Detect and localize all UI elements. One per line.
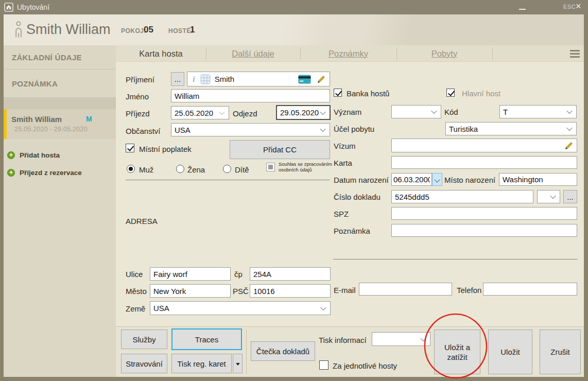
document-reader-label: Čtečka dokladů (256, 347, 309, 356)
add-cc-button[interactable]: Přidat CC (230, 140, 330, 159)
house-number-input[interactable] (250, 267, 331, 281)
country-value: USA (153, 304, 169, 313)
firstname-input[interactable] (171, 89, 330, 102)
save-label: Uložit (500, 348, 520, 356)
gender-label-zena: Žena (187, 165, 205, 174)
print-reg-cards-dropdown[interactable] (233, 354, 243, 373)
surname-more-button[interactable]: ... (171, 72, 184, 86)
guest-m-badge: M (86, 115, 92, 123)
tab-pobyty[interactable]: Pobyty (396, 45, 492, 62)
surname-field[interactable]: i Smith (187, 72, 330, 86)
departure-select[interactable]: 29.05.2020 (276, 105, 331, 120)
print-reg-cards-button[interactable]: Tisk reg. karet (171, 354, 232, 373)
note-input[interactable] (391, 224, 577, 237)
pencil-icon[interactable] (564, 141, 574, 150)
consent-label: Souhlas se zpracováním osobních údajů (279, 161, 338, 172)
credit-card-icon[interactable] (298, 75, 311, 84)
arrival-select[interactable]: 25.05.2020 (171, 106, 229, 119)
save-button[interactable]: Uložit (488, 330, 532, 374)
arrival-from-reservation-action[interactable]: Příjezd z rezervace (4, 164, 116, 181)
document-reader-button[interactable]: Čtečka dokladů (251, 341, 315, 361)
per-guest-checkbox[interactable] (319, 360, 328, 370)
sidebar-item-poznamka[interactable]: POZNÁMKA (4, 70, 116, 98)
separator (126, 180, 330, 180)
save-and-charge-button[interactable]: Uložit a zatížit (434, 330, 480, 374)
code-select[interactable]: T (499, 105, 577, 118)
main-guest-checkbox[interactable] (446, 89, 455, 97)
birth-place-input[interactable] (499, 173, 577, 186)
code-value: T (503, 108, 508, 116)
plus-icon (7, 151, 15, 159)
tab-karta-hosta[interactable]: Karta hosta (116, 45, 206, 62)
card-label: Karta (334, 159, 352, 167)
plus-icon (7, 169, 15, 177)
zip-input[interactable] (250, 284, 331, 298)
sidebar-item-zakladni-udaje[interactable]: ZÁKLADNÍ ÚDAJE (4, 45, 116, 70)
minimize-button[interactable] (519, 9, 526, 10)
house-number-label: čp (234, 270, 243, 279)
surname-label: Příjmení (126, 75, 154, 84)
license-plate-input[interactable] (391, 207, 577, 220)
local-fee-checkbox[interactable] (126, 144, 134, 152)
phone-label: Telefon (457, 286, 481, 295)
code-label: Kód (444, 108, 458, 116)
email-input[interactable] (359, 283, 452, 296)
document-type-select[interactable] (537, 190, 560, 203)
close-button[interactable] (576, 1, 581, 12)
guest-bank-label: Banka hostů (347, 89, 389, 98)
document-more-button[interactable]: ... (563, 190, 577, 203)
pencil-icon[interactable] (317, 75, 326, 84)
gender-radio-dite[interactable] (223, 165, 231, 173)
city-input[interactable] (150, 284, 231, 298)
tab-divider (396, 47, 397, 60)
significance-select[interactable] (391, 105, 441, 118)
gender-radio-zena[interactable] (176, 165, 184, 173)
tab-label: Pobyty (431, 49, 457, 59)
purpose-value: Turistika (449, 125, 478, 133)
departure-value: 29.05.2020 (280, 108, 319, 117)
citizenship-select[interactable]: USA (171, 123, 330, 136)
traces-button[interactable]: Traces (171, 328, 242, 350)
print-info-select[interactable] (372, 332, 430, 346)
gender-radio-muz[interactable] (127, 165, 135, 173)
phone-input[interactable] (483, 283, 577, 296)
tab-poznamky[interactable]: Poznámky (300, 45, 396, 62)
info-icon[interactable]: i (193, 74, 195, 84)
firstname-label: Jméno (126, 92, 149, 101)
main-guest-label: Hlavní host (462, 89, 500, 98)
guest-list-item[interactable]: Smith William M 25.05.2020 - 29.05.2020 (4, 109, 116, 139)
add-guest-action[interactable]: Přidat hosta (4, 146, 116, 164)
catering-label: Stravování (126, 359, 163, 368)
purpose-select[interactable]: Turistika (445, 122, 577, 135)
grid-table-icon[interactable] (200, 74, 211, 84)
house-icon (4, 3, 13, 12)
tab-label: Poznámky (328, 49, 368, 59)
services-label: Služby (132, 335, 155, 344)
arrival-label: Příjezd (126, 109, 150, 118)
services-button[interactable]: Služby (121, 330, 167, 349)
card-input[interactable] (391, 156, 577, 169)
visa-input[interactable] (391, 138, 577, 152)
cancel-button[interactable]: Zrušit (540, 330, 581, 374)
email-label: E-mail (334, 286, 356, 295)
sidebar-section-label: POZNÁMKA (12, 79, 58, 88)
guest-name: Smith William (11, 115, 62, 124)
birth-date-input[interactable] (391, 173, 432, 186)
local-fee-label: Místní poplatek (139, 145, 192, 153)
catering-button[interactable]: Stravování (121, 354, 167, 373)
birth-place-label: Místo narození (444, 176, 495, 184)
document-number-input[interactable] (391, 190, 533, 203)
consent-checkbox[interactable] (266, 163, 275, 171)
country-label: Země (126, 304, 145, 313)
birth-date-picker-button[interactable] (432, 173, 442, 186)
hamburger-menu-icon[interactable] (570, 50, 580, 58)
citizenship-label: Občanství (126, 127, 161, 135)
esc-button[interactable]: ESC (563, 4, 576, 10)
tab-divider (206, 47, 206, 60)
window-title: Ubytování (17, 3, 49, 11)
guest-bank-checkbox[interactable] (334, 89, 342, 97)
country-select[interactable]: USA (150, 301, 331, 315)
tab-dalsi-udaje[interactable]: Další údaje (206, 45, 300, 62)
gender-label-dite: Dítě (235, 165, 249, 174)
street-input[interactable] (150, 267, 231, 281)
